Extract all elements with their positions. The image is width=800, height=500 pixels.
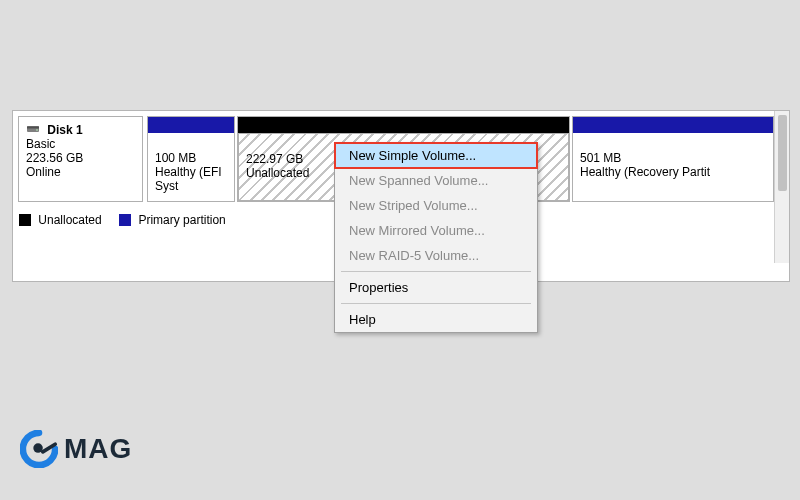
- logo-text: MAG: [64, 433, 132, 465]
- logo-mark-icon: [20, 430, 58, 468]
- menu-new-mirrored-volume: New Mirrored Volume...: [335, 218, 537, 243]
- vertical-scrollbar[interactable]: [774, 111, 789, 263]
- disk-status: Online: [26, 165, 61, 179]
- hard-disk-icon: [26, 122, 40, 136]
- partition-size: 100 MB: [155, 151, 227, 165]
- disk-type: Basic: [26, 137, 55, 151]
- menu-help[interactable]: Help: [335, 307, 537, 332]
- pcmag-logo: MAG: [20, 430, 132, 468]
- context-menu: New Simple Volume... New Spanned Volume.…: [334, 142, 538, 333]
- partition-status: Healthy (Recovery Partit: [580, 165, 766, 179]
- legend-swatch-primary: [119, 214, 131, 226]
- menu-properties[interactable]: Properties: [335, 275, 537, 300]
- partition-size: 501 MB: [580, 151, 766, 165]
- disk-name: Disk 1: [47, 123, 82, 137]
- menu-new-simple-volume[interactable]: New Simple Volume...: [335, 143, 537, 168]
- partition-header: [148, 117, 234, 133]
- legend-label-unallocated: Unallocated: [38, 213, 101, 227]
- scrollbar-thumb[interactable]: [778, 115, 787, 191]
- partition-status: Healthy (EFI Syst: [155, 165, 227, 193]
- legend-swatch-unallocated: [19, 214, 31, 226]
- partition-header: [238, 117, 569, 133]
- svg-rect-1: [27, 127, 39, 129]
- partition-recovery[interactable]: 501 MB Healthy (Recovery Partit: [572, 116, 774, 202]
- menu-new-spanned-volume: New Spanned Volume...: [335, 168, 537, 193]
- disk-info-box[interactable]: Disk 1 Basic 223.56 GB Online: [18, 116, 143, 202]
- menu-new-striped-volume: New Striped Volume...: [335, 193, 537, 218]
- partition-efi[interactable]: 100 MB Healthy (EFI Syst: [147, 116, 235, 202]
- svg-point-2: [36, 129, 38, 131]
- legend-label-primary: Primary partition: [138, 213, 225, 227]
- menu-new-raid5-volume: New RAID-5 Volume...: [335, 243, 537, 268]
- menu-separator: [341, 303, 531, 304]
- menu-separator: [341, 271, 531, 272]
- disk-size: 223.56 GB: [26, 151, 83, 165]
- partition-header: [573, 117, 773, 133]
